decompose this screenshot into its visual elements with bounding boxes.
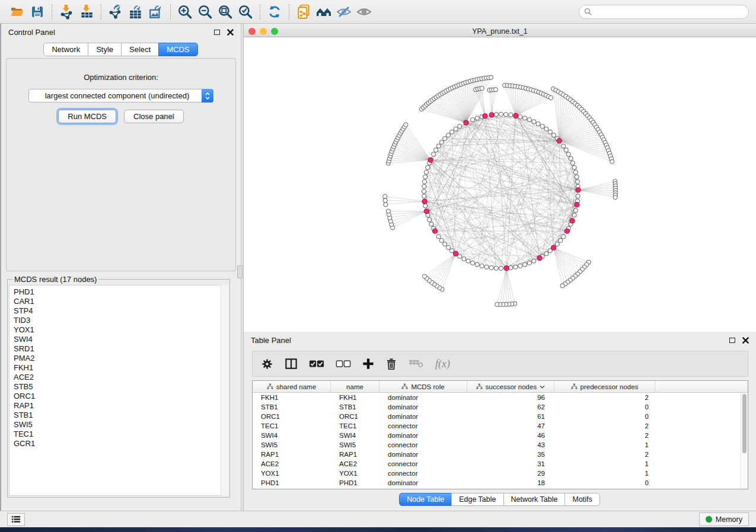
network-node[interactable]	[532, 259, 536, 263]
network-node[interactable]	[450, 130, 454, 134]
mcds-result-item[interactable]: FKH1	[14, 363, 228, 373]
mcds-result-item[interactable]: STB5	[14, 382, 228, 392]
network-node[interactable]	[504, 113, 508, 117]
network-node[interactable]	[499, 112, 503, 116]
tab-style[interactable]: Style	[88, 43, 122, 56]
mcds-result-item[interactable]: SRD1	[14, 344, 228, 354]
satellite-node[interactable]	[489, 75, 493, 79]
mcds-hub-node[interactable]	[454, 251, 458, 256]
mcds-result-item[interactable]: CAR1	[14, 297, 228, 306]
network-node[interactable]	[576, 194, 580, 198]
float-table-panel-icon[interactable]	[729, 338, 735, 343]
network-node[interactable]	[423, 175, 428, 179]
satellite-node[interactable]	[613, 196, 617, 200]
network-node[interactable]	[484, 265, 489, 269]
zoom-out-button[interactable]	[195, 2, 215, 21]
delete-column-trash-icon[interactable]	[385, 358, 397, 370]
select-all-rows-icon[interactable]	[309, 360, 324, 368]
network-node[interactable]	[475, 262, 479, 267]
mcds-hub-node[interactable]	[513, 113, 518, 118]
network-node[interactable]	[523, 116, 527, 120]
satellite-node[interactable]	[493, 88, 497, 92]
network-node[interactable]	[422, 184, 426, 188]
tab-node-table[interactable]: Node Table	[399, 493, 452, 506]
network-node[interactable]	[446, 245, 450, 249]
criterion-dropdown[interactable]: largest connected component (undirected)	[28, 89, 213, 102]
network-graph-svg[interactable]	[244, 37, 756, 332]
satellite-node[interactable]	[548, 95, 553, 100]
satellite-node[interactable]	[480, 86, 484, 90]
table-row[interactable]: ACE2ACE2connector311	[253, 459, 741, 469]
satellite-node[interactable]	[495, 302, 499, 306]
network-node[interactable]	[527, 118, 531, 122]
network-node[interactable]	[536, 122, 540, 126]
open-session-button[interactable]	[7, 2, 27, 21]
satellite-node[interactable]	[384, 203, 388, 207]
network-node[interactable]	[573, 170, 578, 174]
mcds-result-item[interactable]: STP4	[14, 306, 228, 316]
network-node[interactable]	[475, 116, 479, 120]
deselect-all-rows-icon[interactable]	[336, 360, 351, 368]
satellite-node[interactable]	[386, 209, 390, 213]
float-panel-icon[interactable]	[214, 30, 220, 35]
network-node[interactable]	[540, 124, 544, 129]
network-node[interactable]	[458, 124, 462, 129]
zoom-in-button[interactable]	[175, 2, 195, 21]
network-node[interactable]	[572, 165, 576, 169]
network-node[interactable]	[489, 265, 493, 270]
mcds-hub-node[interactable]	[424, 209, 429, 214]
task-history-button[interactable]	[7, 513, 25, 526]
first-neighbors-button[interactable]	[314, 2, 334, 21]
network-node[interactable]	[428, 217, 432, 222]
network-canvas[interactable]	[244, 37, 756, 332]
mcds-hub-node[interactable]	[575, 203, 579, 207]
network-node[interactable]	[422, 194, 426, 198]
mcds-hub-node[interactable]	[551, 245, 556, 250]
mcds-result-scrollbar[interactable]	[221, 285, 228, 496]
network-node[interactable]	[544, 127, 548, 131]
mcds-hub-node[interactable]	[557, 139, 562, 143]
mcds-result-item[interactable]: GCR1	[14, 439, 228, 448]
network-node[interactable]	[432, 152, 436, 156]
network-node[interactable]	[569, 156, 573, 161]
network-node[interactable]	[422, 180, 426, 184]
network-node[interactable]	[446, 133, 450, 137]
network-node[interactable]	[573, 209, 578, 213]
network-node[interactable]	[559, 238, 563, 242]
network-node[interactable]	[548, 130, 552, 134]
network-node[interactable]	[499, 266, 503, 270]
column-settings-gear-icon[interactable]	[261, 358, 273, 370]
table-row[interactable]: YOX1YOX1connector291	[253, 469, 741, 478]
network-node[interactable]	[458, 254, 462, 258]
mcds-result-item[interactable]: SWI5	[14, 420, 228, 430]
tab-network[interactable]: Network	[43, 43, 88, 56]
tab-mcds[interactable]: MCDS	[158, 43, 197, 56]
network-node[interactable]	[509, 265, 513, 270]
table-row[interactable]: PHD1PHD1dominator180	[253, 478, 741, 488]
export-image-button[interactable]	[146, 2, 166, 21]
run-mcds-button[interactable]: Run MCDS	[58, 110, 116, 123]
mcds-result-item[interactable]: TID3	[14, 316, 228, 325]
satellite-node[interactable]	[383, 194, 387, 198]
network-node[interactable]	[443, 136, 447, 140]
mcds-result-item[interactable]: PMA2	[14, 354, 228, 363]
mcds-hub-node[interactable]	[504, 266, 509, 271]
table-row[interactable]: ORC1ORC1dominator610	[253, 412, 741, 421]
network-node[interactable]	[450, 249, 454, 253]
network-window-titlebar[interactable]: YPA_prune.txt_1	[244, 26, 756, 37]
network-node[interactable]	[575, 180, 579, 184]
mcds-hub-node[interactable]	[570, 219, 575, 223]
mcds-hub-node[interactable]	[576, 188, 580, 193]
zoom-selected-button[interactable]	[235, 2, 256, 21]
network-node[interactable]	[436, 144, 441, 148]
mcds-hub-node[interactable]	[483, 114, 487, 118]
close-table-panel-icon[interactable]	[742, 337, 749, 344]
network-node[interactable]	[436, 235, 441, 239]
column-header-successor-nodes[interactable]: successor nodes	[467, 381, 554, 392]
network-node[interactable]	[466, 259, 470, 263]
column-header-name[interactable]: name	[331, 381, 379, 392]
import-table-button[interactable]	[76, 2, 97, 21]
network-node[interactable]	[439, 238, 444, 242]
close-panel-icon[interactable]	[227, 29, 234, 36]
network-node[interactable]	[523, 262, 527, 267]
